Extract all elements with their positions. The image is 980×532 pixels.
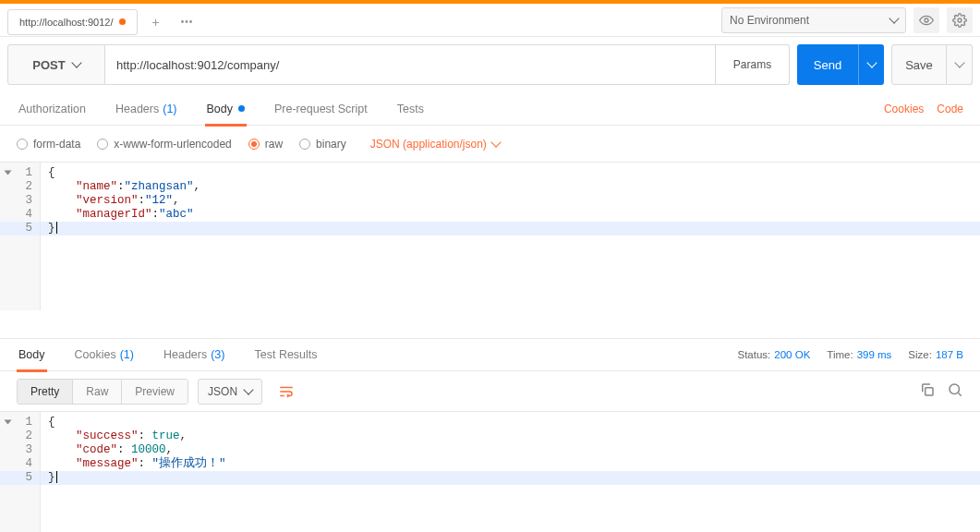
modified-dot-icon	[238, 105, 245, 112]
code-token: "code"	[76, 443, 117, 456]
radio-label: binary	[316, 138, 346, 151]
environment-quicklook-button[interactable]	[913, 7, 939, 33]
code-token: "success"	[76, 429, 139, 442]
tab-label: Tests	[397, 103, 424, 115]
code-token: {	[48, 166, 55, 179]
tab-prerequest[interactable]: Pre-request Script	[272, 92, 369, 126]
svg-point-0	[925, 18, 928, 22]
tab-label: Body	[18, 348, 45, 361]
request-tabs-right: Cookies Code	[884, 103, 963, 115]
code-token: "name"	[76, 180, 117, 193]
url-input[interactable]: http://localhost:9012/company/	[105, 44, 716, 85]
code-token: 10000	[131, 443, 166, 456]
response-tabs: Body Cookies(1) Headers(3) Test Results …	[0, 338, 980, 371]
response-toolbar-right	[919, 381, 963, 401]
content-type-label: JSON (application/json)	[370, 138, 487, 151]
save-button[interactable]: Save	[891, 44, 947, 85]
new-tab-button[interactable]: +	[143, 9, 169, 35]
send-options-button[interactable]	[858, 44, 884, 85]
code-link[interactable]: Code	[937, 103, 963, 115]
code-token: {	[48, 416, 55, 429]
tab-label: Pre-request Script	[274, 103, 368, 115]
environment-select[interactable]: No Environment	[721, 7, 906, 33]
copy-icon	[919, 381, 936, 398]
tab-headers[interactable]: Headers(1)	[114, 92, 179, 126]
environment-label: No Environment	[730, 14, 809, 27]
radio-icon	[299, 139, 310, 150]
code-token: }	[48, 222, 55, 235]
code-token: "abc"	[159, 208, 194, 221]
response-body-editor[interactable]: 1 2 3 4 5 { "success": true, "code": 100…	[0, 412, 980, 532]
request-body-editor[interactable]: 1 2 3 4 5 { "name":"zhangsan", "version"…	[0, 163, 980, 310]
request-tab[interactable]: http://localhost:9012/	[7, 9, 138, 35]
content-type-select[interactable]: JSON (application/json)	[370, 138, 500, 151]
format-select[interactable]: JSON	[198, 379, 262, 405]
code-token: "managerId"	[76, 208, 152, 221]
tab-authorization[interactable]: Authorization	[17, 92, 88, 126]
tab-label: Headers	[115, 103, 159, 115]
svg-point-1	[958, 18, 962, 22]
radio-urlencoded[interactable]: x-www-form-urlencoded	[97, 138, 231, 151]
resp-tab-cookies[interactable]: Cookies(1)	[73, 338, 136, 371]
fold-icon	[5, 171, 12, 175]
params-button[interactable]: Params	[716, 44, 790, 85]
code-area[interactable]: { "success": true, "code": 10000, "messa…	[41, 412, 980, 532]
resp-tab-tests[interactable]: Test Results	[252, 338, 319, 371]
search-response-button[interactable]	[947, 381, 963, 401]
request-tabs: http://localhost:9012/ + •••	[7, 4, 200, 36]
wrap-lines-button[interactable]	[272, 378, 301, 405]
tab-options-button[interactable]: •••	[175, 9, 200, 35]
copy-response-button[interactable]	[919, 381, 936, 401]
meta-label: Size:	[908, 349, 932, 360]
response-meta: Status:200 OK Time:399 ms Size:187 B	[738, 349, 964, 360]
meta-value: 200 OK	[774, 349, 810, 360]
body-options: form-data x-www-form-urlencoded raw bina…	[0, 126, 980, 163]
tab-body[interactable]: Body	[205, 92, 248, 126]
chevron-down-icon	[866, 57, 877, 67]
resp-tab-body[interactable]: Body	[17, 338, 47, 371]
code-token: "version"	[76, 194, 139, 207]
send-group: Send	[797, 44, 884, 85]
request-tab-title: http://localhost:9012/	[19, 17, 114, 28]
svg-rect-2	[926, 388, 933, 395]
code-token: "操作成功！"	[152, 457, 226, 470]
view-raw-button[interactable]: Raw	[72, 380, 121, 404]
method-select[interactable]: POST	[7, 44, 105, 85]
wrap-icon	[278, 383, 295, 400]
response-toolbar: Pretty Raw Preview JSON	[0, 371, 980, 412]
radio-label: raw	[265, 138, 283, 151]
radio-form-data[interactable]: form-data	[17, 138, 80, 151]
chevron-down-icon	[954, 57, 964, 67]
unsaved-dot-icon	[119, 18, 126, 25]
tab-count: (1)	[120, 348, 134, 361]
tab-label: Headers	[163, 348, 207, 361]
chevron-down-icon	[243, 384, 253, 394]
eye-icon	[919, 13, 934, 28]
radio-icon	[248, 139, 260, 150]
send-button[interactable]: Send	[797, 44, 858, 85]
code-token: "message"	[76, 457, 139, 470]
cookies-link[interactable]: Cookies	[884, 103, 924, 115]
save-label: Save	[905, 58, 933, 72]
request-section-tabs: Authorization Headers(1) Body Pre-reques…	[0, 92, 980, 126]
format-label: JSON	[208, 385, 237, 398]
code-token: true	[152, 429, 180, 442]
text-cursor	[56, 222, 57, 234]
save-options-button[interactable]	[947, 44, 973, 85]
view-pretty-button[interactable]: Pretty	[18, 380, 72, 404]
meta-label: Status:	[738, 349, 771, 360]
tab-tests[interactable]: Tests	[395, 92, 426, 126]
chevron-down-icon	[490, 137, 501, 147]
code-token: "zhangsan"	[125, 180, 194, 193]
settings-button[interactable]	[947, 7, 973, 33]
resp-tab-headers[interactable]: Headers(3)	[162, 338, 227, 371]
tab-label: Cookies	[75, 348, 116, 361]
header-right: No Environment	[721, 4, 973, 36]
radio-raw[interactable]: raw	[248, 138, 283, 151]
view-preview-button[interactable]: Preview	[121, 380, 188, 404]
save-group: Save	[891, 44, 973, 85]
radio-icon	[97, 139, 108, 150]
code-area[interactable]: { "name":"zhangsan", "version":"12", "ma…	[41, 163, 980, 310]
svg-point-3	[950, 384, 960, 394]
radio-binary[interactable]: binary	[299, 138, 346, 151]
